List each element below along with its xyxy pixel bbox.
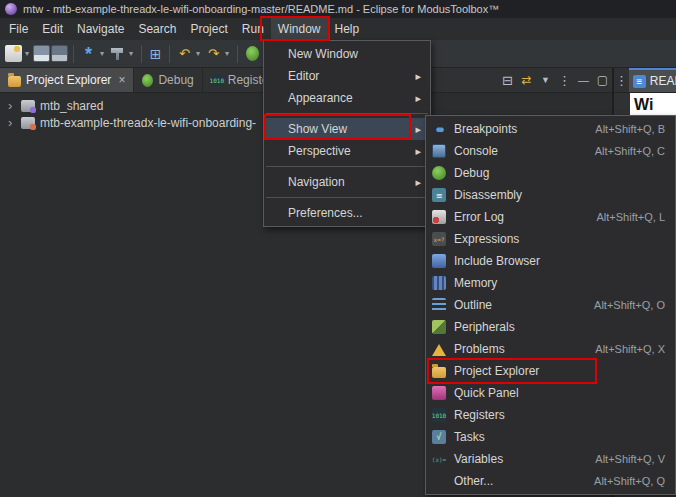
menu-item-navigate[interactable]: Navigate bbox=[70, 18, 131, 40]
show-view-item-memory[interactable]: Memory bbox=[426, 272, 675, 294]
menu-item-label: Editor bbox=[288, 69, 319, 83]
show-view-item-expressions[interactable]: Expressions bbox=[426, 228, 675, 250]
menu-item-file[interactable]: File bbox=[2, 18, 35, 40]
show-view-item-include-browser[interactable]: Include Browser bbox=[426, 250, 675, 272]
dropdown-caret-icon[interactable] bbox=[98, 49, 106, 58]
project-icon bbox=[21, 100, 35, 112]
menu-item-label: Memory bbox=[454, 276, 497, 290]
show-view-item-console[interactable]: Console Alt+Shift+Q, C bbox=[426, 140, 675, 162]
window-menu-item-navigation[interactable]: Navigation bbox=[264, 171, 430, 193]
menu-item-edit[interactable]: Edit bbox=[35, 18, 70, 40]
submenu-arrow-icon bbox=[415, 69, 421, 83]
eclipse-window: mtw - mtb-example-threadx-le-wifi-onboar… bbox=[0, 0, 676, 497]
debug-bug-icon[interactable] bbox=[246, 46, 259, 61]
expand-arrow-icon[interactable] bbox=[8, 98, 16, 113]
collapse-all-icon[interactable] bbox=[498, 68, 517, 92]
tasks-icon bbox=[432, 430, 446, 444]
redo-arrow-icon[interactable] bbox=[205, 45, 222, 62]
menu-item-help[interactable]: Help bbox=[328, 18, 367, 40]
save-all-icon[interactable] bbox=[51, 45, 68, 62]
menu-item-search[interactable]: Search bbox=[131, 18, 183, 40]
window-menu-item-perspective[interactable]: Perspective bbox=[264, 140, 430, 162]
hammer-icon[interactable] bbox=[109, 45, 126, 62]
submenu-arrow-icon bbox=[415, 91, 421, 105]
menu-item-label: Include Browser bbox=[454, 254, 540, 268]
dropdown-caret-icon[interactable] bbox=[223, 49, 231, 58]
menu-item-label: Preferences... bbox=[288, 206, 363, 220]
expressions-icon bbox=[432, 232, 446, 246]
submenu-arrow-icon bbox=[415, 175, 421, 189]
menu-separator bbox=[266, 113, 428, 114]
registers-icon bbox=[211, 74, 223, 86]
show-view-item-debug[interactable]: Debug bbox=[426, 162, 675, 184]
tab-project-explorer[interactable]: Project Explorer bbox=[0, 68, 134, 92]
show-view-item-registers[interactable]: Registers bbox=[426, 404, 675, 426]
menu-item-label: Navigation bbox=[288, 175, 345, 189]
close-icon[interactable] bbox=[116, 73, 125, 87]
menu-item-label: Show View bbox=[288, 122, 347, 136]
outline-icon bbox=[432, 298, 446, 312]
editor-tab-label: READ bbox=[650, 74, 676, 88]
undo-arrow-icon[interactable] bbox=[176, 45, 193, 62]
tree-item-label: mtb-example-threadx-le-wifi-onboarding- bbox=[40, 116, 256, 130]
window-menu-item-editor[interactable]: Editor bbox=[264, 65, 430, 87]
window-title: mtw - mtb-example-threadx-le-wifi-onboar… bbox=[23, 3, 499, 15]
expand-arrow-icon[interactable] bbox=[8, 115, 16, 130]
show-view-item-tasks[interactable]: Tasks bbox=[426, 426, 675, 448]
asterisk-icon[interactable] bbox=[80, 45, 97, 62]
tree-item-label: mtb_shared bbox=[40, 99, 103, 113]
toolbar-separator bbox=[237, 45, 238, 63]
menu-item-label: Other... bbox=[454, 474, 493, 488]
dropdown-caret-icon[interactable] bbox=[127, 49, 135, 58]
window-menu-item-appearance[interactable]: Appearance bbox=[264, 87, 430, 109]
menu-item-project[interactable]: Project bbox=[183, 18, 234, 40]
menu-item-label: Variables bbox=[454, 452, 503, 466]
memory-grid-icon[interactable] bbox=[147, 45, 164, 62]
menu-item-accel: Alt+Shift+Q, L bbox=[597, 211, 665, 223]
new-wizard-icon[interactable] bbox=[5, 45, 22, 62]
window-menu-item-show-view[interactable]: Show View bbox=[264, 118, 430, 140]
show-view-menu: Breakpoints Alt+Shift+Q, B Console Alt+S… bbox=[425, 115, 676, 495]
tab-label: Project Explorer bbox=[26, 73, 111, 87]
show-view-item-variables[interactable]: Variables Alt+Shift+Q, V bbox=[426, 448, 675, 470]
show-view-item-quick-panel[interactable]: Quick Panel bbox=[426, 382, 675, 404]
link-with-editor-icon[interactable] bbox=[517, 68, 536, 92]
menu-separator bbox=[266, 166, 428, 167]
menu-item-label: Disassembly bbox=[454, 188, 522, 202]
view-menu-icon[interactable] bbox=[555, 68, 574, 92]
menu-item-accel: Alt+Shift+Q, C bbox=[595, 145, 665, 157]
window-menu-item-preferences[interactable]: Preferences... bbox=[264, 202, 430, 224]
menu-item-label: Perspective bbox=[288, 144, 351, 158]
show-view-item-other[interactable]: Other... Alt+Shift+Q, Q bbox=[426, 470, 675, 492]
menu-item-accel: Alt+Shift+Q, V bbox=[595, 453, 665, 465]
menu-item-label: Debug bbox=[454, 166, 489, 180]
show-view-item-problems[interactable]: Problems Alt+Shift+Q, X bbox=[426, 338, 675, 360]
tab-readme[interactable]: READ bbox=[629, 68, 676, 92]
editor-overflow-icon[interactable] bbox=[614, 73, 629, 88]
toolbar-separator bbox=[141, 45, 142, 63]
save-icon[interactable] bbox=[33, 45, 50, 62]
show-view-item-breakpoints[interactable]: Breakpoints Alt+Shift+Q, B bbox=[426, 118, 675, 140]
menu-item-window[interactable]: Window bbox=[271, 18, 328, 40]
show-view-item-project-explorer[interactable]: Project Explorer bbox=[426, 360, 675, 382]
menu-item-label: Tasks bbox=[454, 430, 485, 444]
filter-icon[interactable] bbox=[536, 68, 555, 92]
include-browser-icon bbox=[432, 254, 446, 268]
menu-item-run[interactable]: Run bbox=[235, 18, 271, 40]
menu-item-label: Console bbox=[454, 144, 498, 158]
dropdown-caret-icon[interactable] bbox=[23, 49, 31, 58]
debug-icon bbox=[432, 166, 446, 180]
window-menu-item-new-window[interactable]: New Window bbox=[264, 43, 430, 65]
menu-item-label: New Window bbox=[288, 47, 358, 61]
blank-icon bbox=[432, 474, 446, 488]
show-view-item-outline[interactable]: Outline Alt+Shift+Q, O bbox=[426, 294, 675, 316]
project-explorer-icon bbox=[432, 367, 446, 378]
minimize-icon[interactable] bbox=[574, 68, 593, 92]
show-view-item-disassembly[interactable]: Disassembly bbox=[426, 184, 675, 206]
editor-tab-strip: READ bbox=[614, 68, 676, 93]
show-view-item-peripherals[interactable]: Peripherals bbox=[426, 316, 675, 338]
tab-debug[interactable]: Debug bbox=[134, 68, 202, 92]
show-view-item-error-log[interactable]: Error Log Alt+Shift+Q, L bbox=[426, 206, 675, 228]
dropdown-caret-icon[interactable] bbox=[194, 49, 202, 58]
maximize-icon[interactable] bbox=[593, 68, 612, 92]
